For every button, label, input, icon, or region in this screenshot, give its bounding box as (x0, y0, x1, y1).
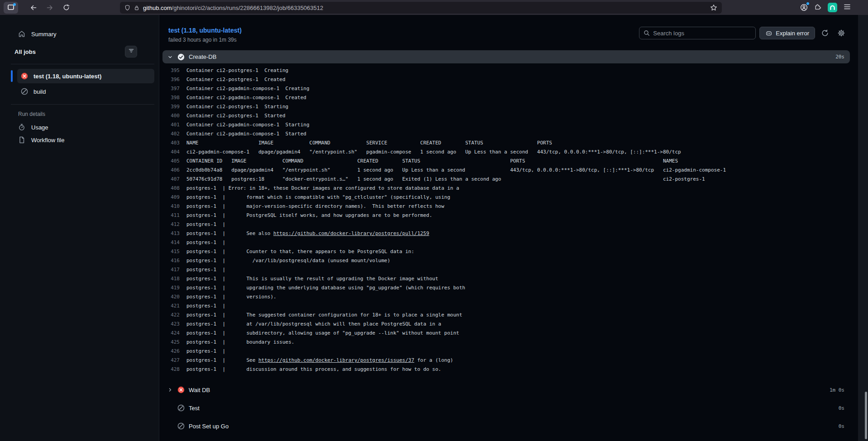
back-button[interactable] (26, 2, 41, 14)
log-line-text: CONTAINER ID IMAGE COMMAND CREATED STATU… (186, 157, 678, 166)
hamburger-icon (844, 4, 851, 12)
log-line-number[interactable]: 403 (162, 139, 180, 148)
job-label: build (33, 88, 46, 95)
log-line-number[interactable]: 404 (162, 148, 180, 157)
log-line-number[interactable]: 406 (162, 166, 180, 175)
log-line-number[interactable]: 426 (162, 347, 180, 356)
page-scrollbar[interactable] (858, 15, 868, 441)
extensions-button[interactable] (814, 3, 821, 12)
shield-icon[interactable] (124, 5, 130, 11)
sidebar-item-build-job[interactable]: build (17, 84, 154, 99)
log-line-number[interactable]: 422 (162, 311, 180, 320)
search-logs-box[interactable] (639, 27, 756, 39)
log-line-number[interactable]: 409 (162, 193, 180, 202)
forward-button[interactable] (43, 2, 57, 14)
log-line-number[interactable]: 407 (162, 175, 180, 184)
log-line-text: postgres-1 | (186, 265, 225, 274)
step-row-post-set-up-go[interactable]: Post Set up Go 0s (162, 419, 850, 433)
failed-icon (21, 72, 28, 80)
chevron-down-icon (167, 54, 173, 60)
log-line-number[interactable]: 411 (162, 211, 180, 220)
lock-icon[interactable] (134, 5, 139, 11)
log-line-number[interactable]: 427 (162, 356, 180, 365)
usage-label: Usage (31, 124, 48, 131)
log-line-text: postgres-1 | at /var/lib/postgresql whic… (186, 320, 441, 329)
log-line-text: postgres-1 | (186, 220, 225, 229)
log-line-text: postgres-1 | See https://github.com/dock… (186, 356, 453, 365)
log-line-text: postgres-1 | Error: in 18+, these Docker… (186, 184, 459, 193)
address-bar[interactable]: github.com/ghinotori/ci2/actions/runs/22… (120, 2, 722, 14)
log-line: 420postgres-1 | versions). (162, 292, 850, 302)
log-line-number[interactable]: 415 (162, 247, 180, 256)
log-line-number[interactable]: 396 (162, 75, 180, 84)
log-line-number[interactable]: 401 (162, 120, 180, 129)
reload-button[interactable] (59, 2, 73, 14)
log-line-text: Container ci2-postgres-1 Started (186, 111, 286, 120)
log-link[interactable]: https://github.com/docker-library/postgr… (273, 230, 429, 236)
log-line-text: postgres-1 | discussion around this proc… (186, 365, 441, 374)
log-line: 424postgres-1 | subdirectory, allowing u… (162, 329, 850, 338)
log-line-number[interactable]: 424 (162, 329, 180, 338)
log-line-number[interactable]: 397 (162, 84, 180, 93)
log-line-number[interactable]: 419 (162, 283, 180, 292)
sidebar-item-workflow-file[interactable]: Workflow file (0, 134, 159, 146)
log-line-number[interactable]: 395 (162, 66, 180, 75)
search-logs-input[interactable] (653, 30, 751, 37)
scrollbar-thumb[interactable] (865, 392, 867, 439)
job-title[interactable]: test (1.18, ubuntu-latest) (168, 27, 242, 34)
explain-error-button[interactable]: Explain error (759, 27, 815, 39)
log-line-number[interactable]: 421 (162, 302, 180, 311)
log-line-number[interactable]: 418 (162, 274, 180, 283)
step-name: Test (189, 405, 200, 412)
step-row-wait-db[interactable]: Wait DB 1m 0s (162, 383, 850, 397)
sidebar-item-usage[interactable]: Usage (0, 121, 159, 134)
log-line-text: postgres-1 | upgrading the underlying da… (186, 283, 465, 292)
step-header-create-db[interactable]: Create-DB 20s (162, 50, 850, 63)
sidebar-item-test-job[interactable]: test (1.18, ubuntu-latest) (17, 69, 154, 83)
log-line-number[interactable]: 413 (162, 229, 180, 238)
log-settings-button[interactable] (835, 27, 848, 39)
log-line: 421postgres-1 | (162, 302, 850, 311)
log-line-number[interactable]: 412 (162, 220, 180, 229)
log-line-number[interactable]: 420 (162, 292, 180, 302)
log-line-number[interactable]: 416 (162, 256, 180, 265)
step-name: Wait DB (189, 387, 210, 393)
step-row-test[interactable]: Test 0s (162, 401, 850, 415)
log-line-text: Container ci2-pgadmin-compose-1 Created (186, 93, 306, 102)
log-line-text: postgres-1 | format which is compatible … (186, 193, 450, 202)
log-line: 404ci2-pgadmin-compose-1 dpage/pgadmin4 … (162, 148, 850, 157)
failed-icon (177, 386, 185, 393)
log-line-number[interactable]: 425 (162, 338, 180, 347)
log-line-number[interactable]: 423 (162, 320, 180, 329)
filter-icon (128, 48, 134, 56)
log-line-text: postgres-1 | versions). (186, 292, 277, 302)
log-line-text: Container ci2-postgres-1 Creating (186, 66, 288, 75)
log-line-number[interactable]: 428 (162, 365, 180, 374)
log-line-number[interactable]: 408 (162, 184, 180, 193)
log-line-number[interactable]: 399 (162, 102, 180, 111)
sidebar-divider (11, 64, 154, 64)
copilot-icon (765, 30, 773, 37)
log-line-number[interactable]: 400 (162, 111, 180, 120)
log-line-text: Container ci2-pgadmin-compose-1 Started (186, 129, 306, 139)
log-line-number[interactable]: 417 (162, 265, 180, 274)
refresh-logs-button[interactable] (819, 27, 831, 39)
gear-icon (838, 29, 845, 37)
tab-overview-button[interactable] (4, 2, 18, 14)
log-line-number[interactable]: 414 (162, 238, 180, 247)
menu-button[interactable] (844, 4, 851, 12)
log-line: 413postgres-1 | See also https://github.… (162, 229, 850, 238)
log-line: 419postgres-1 | upgrading the underlying… (162, 283, 850, 292)
log-line-number[interactable]: 410 (162, 202, 180, 211)
account-button[interactable] (800, 4, 808, 11)
log-link[interactable]: https://github.com/docker-library/postgr… (258, 357, 414, 363)
log-line: 425postgres-1 | boundary issues. (162, 338, 850, 347)
log-line-text: postgres-1 | (186, 238, 225, 247)
filter-jobs-button[interactable] (125, 46, 137, 58)
log-line-number[interactable]: 402 (162, 129, 180, 139)
sidebar-item-summary[interactable]: Summary (0, 28, 159, 40)
bookmark-star-button[interactable] (710, 4, 717, 11)
log-line-number[interactable]: 398 (162, 93, 180, 102)
extension-icon[interactable] (828, 3, 837, 12)
log-line-number[interactable]: 405 (162, 157, 180, 166)
